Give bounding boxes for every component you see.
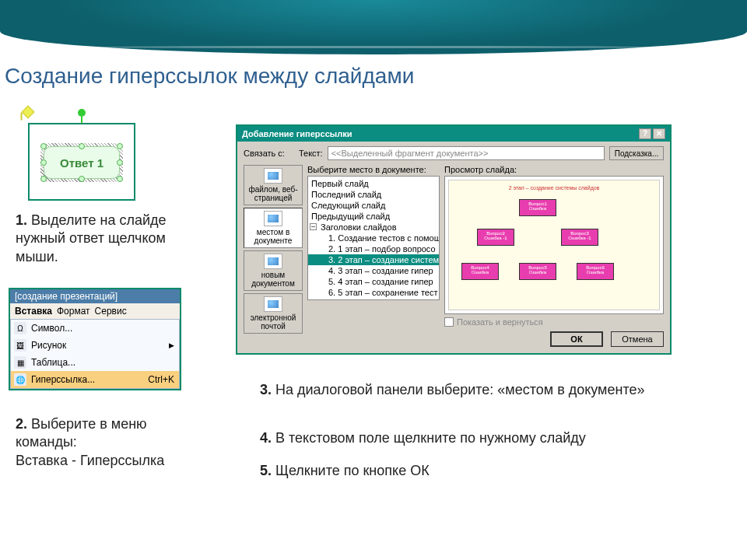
answer-button-label: Ответ 1 [60, 156, 103, 170]
page-title: Создание гиперссылок между слайдами [5, 64, 414, 89]
resize-handle-icon [40, 143, 47, 149]
menu-bar: Вставка Формат Сервис [10, 303, 180, 319]
dialog-title-bar: Добавление гиперссылки ? ✕ [237, 126, 670, 142]
preview-canvas: 2 этап – создание системы слайдов Вопрос… [448, 180, 660, 310]
shortcut-label: Ctrl+K [148, 374, 174, 385]
rotate-handle-icon [78, 109, 86, 117]
sidebar-item-file-web[interactable]: файлом, веб-страницей [244, 165, 303, 205]
picture-icon: 🖼 [14, 339, 26, 352]
menu-service[interactable]: Сервис [95, 306, 127, 317]
diamond-handle-icon [22, 106, 35, 119]
slide-tree[interactable]: Первый слайд Последний слайд Следующий с… [307, 176, 440, 300]
collapse-icon[interactable]: – [310, 223, 317, 230]
table-icon: ▦ [14, 356, 26, 369]
preview-node: Вопрос6 Ошибка [577, 263, 614, 280]
preview-node: Вопрос1 Ошибка [519, 199, 556, 216]
menu-item-hyperlink[interactable]: 🌐Гиперссылка...Ctrl+K [11, 371, 179, 388]
step-3-text: 3. На диалоговой панели выберите: «место… [260, 381, 665, 399]
step-2-text: 2. Выберите в меню команды:Вставка - Гип… [16, 415, 206, 470]
file-web-icon [264, 168, 282, 184]
preview-title: 2 этап – создание системы слайдов [449, 185, 659, 191]
email-icon [264, 296, 282, 312]
step-5-text: 5. Щелкните по кнопке ОК [260, 462, 665, 480]
step-4-text: 4. В текстовом поле щелкните по нужному … [260, 429, 665, 447]
cancel-button[interactable]: Отмена [611, 331, 664, 347]
tree-item[interactable]: Первый слайд [308, 178, 439, 189]
preview-node: Вопрос3 Ошибка -1 [561, 229, 598, 246]
link-with-label: Связать с: [244, 149, 285, 158]
hyperlink-dialog: Добавление гиперссылки ? ✕ Связать с: Те… [236, 124, 672, 355]
doc-place-icon [264, 211, 282, 226]
globe-link-icon: 🌐 [14, 373, 26, 386]
sidebar-item-email[interactable]: электронной почтой [244, 293, 303, 334]
text-label: Текст: [299, 149, 323, 158]
answer-button: Ответ 1 [44, 146, 120, 179]
top-ribbon [0, 0, 747, 54]
menu-item-symbol[interactable]: ΩСимвол... [11, 320, 179, 337]
menu-dropdown: ΩСимвол... 🖼Рисунок▶ ▦Таблица... 🌐Гиперс… [10, 319, 180, 389]
link-target-sidebar: файлом, веб-страницей местом в документе… [244, 165, 303, 347]
window-title-bar: [создание презентаций] [10, 289, 180, 303]
text-input[interactable] [328, 146, 605, 160]
step-1-text: 1. Выделите на слайде нужный ответ щелчк… [16, 212, 206, 266]
help-button[interactable]: ? [639, 128, 651, 139]
preview-node: Вопрос2 Ошибка -1 [477, 229, 514, 246]
tree-item[interactable]: Предыдущий слайд [308, 211, 439, 222]
menu-format[interactable]: Формат [57, 306, 90, 317]
tip-button[interactable]: Подсказка... [609, 146, 664, 160]
sidebar-item-place-in-doc[interactable]: местом в документе [244, 208, 303, 248]
symbol-icon: Ω [14, 322, 26, 334]
sidebar-item-new-doc[interactable]: новым документом [244, 250, 303, 291]
checkbox-icon[interactable] [444, 317, 454, 327]
tree-item[interactable]: 4. 3 этап – создание гипер [308, 265, 439, 276]
tree-item[interactable]: 2. 1 этап – подбор вопросо [308, 243, 439, 254]
show-return-checkbox[interactable]: Показать и вернуться [444, 317, 664, 327]
answer-shape-illustration: Ответ 1 [28, 123, 135, 201]
ok-button[interactable]: ОК [550, 331, 603, 347]
preview-node: Вопрос4 Ошибка [461, 263, 499, 280]
menu-item-table[interactable]: ▦Таблица... [11, 354, 179, 371]
choose-place-label: Выберите место в документе: [307, 165, 440, 174]
tree-item[interactable]: 6. 5 этап – сохранение тест [308, 287, 439, 298]
tree-item[interactable]: 1. Создание тестов с помощ [308, 233, 439, 243]
menu-insert[interactable]: Вставка [15, 306, 52, 317]
menu-item-picture[interactable]: 🖼Рисунок▶ [11, 337, 179, 354]
dialog-title-text: Добавление гиперссылки [242, 129, 352, 138]
new-doc-icon [264, 254, 282, 269]
menu-screenshot: [создание презентаций] Вставка Формат Се… [9, 288, 181, 390]
slide-preview: 2 этап – создание системы слайдов Вопрос… [444, 176, 664, 314]
tree-item[interactable]: Последний слайд [308, 189, 439, 200]
preview-label: Просмотр слайда: [444, 165, 664, 174]
tree-item-selected[interactable]: 3. 2 этап – создание систем [308, 254, 439, 265]
chevron-right-icon: ▶ [169, 341, 174, 349]
tree-header[interactable]: –Заголовки слайдов [308, 222, 439, 233]
tree-item[interactable]: Следующий слайд [308, 200, 439, 211]
close-button[interactable]: ✕ [653, 128, 665, 139]
tree-item[interactable]: 5. 4 этап – создание гипер [308, 276, 439, 287]
preview-node: Вопрос5 Ошибка [519, 263, 556, 280]
